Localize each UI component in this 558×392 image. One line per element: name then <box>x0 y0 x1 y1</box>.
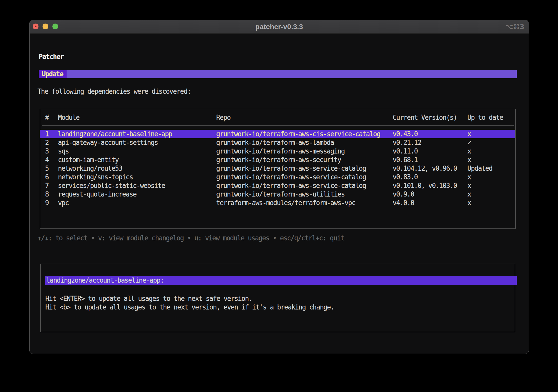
cell-status: x <box>467 181 471 190</box>
cell-num: 2 <box>45 138 49 147</box>
cell-module: networking/sns-topics <box>58 173 133 181</box>
selected-module-banner: landingzone/account-baseline-app: <box>45 276 517 285</box>
header-module: Module <box>58 113 79 122</box>
cell-versions: v0.9.0 <box>393 190 414 199</box>
cell-num: 5 <box>45 164 49 173</box>
cell-module: services/public-static-website <box>58 181 165 190</box>
cell-versions: v0.101.0, v0.103.0 <box>393 181 457 190</box>
window-title: patcher-v0.3.3 <box>30 20 529 34</box>
app-heading: Patcher <box>39 52 64 61</box>
cell-status: x <box>467 173 471 181</box>
cell-num: 6 <box>45 173 49 181</box>
cell-repo: gruntwork-io/terraform-aws-service-catal… <box>216 164 366 173</box>
cell-status: x <box>467 190 471 199</box>
cell-versions: v0.11.0 <box>393 147 418 155</box>
cell-repo: gruntwork-io/terraform-aws-service-catal… <box>216 173 366 181</box>
cell-module: sqs <box>58 147 69 155</box>
cell-repo: terraform-aws-modules/terraform-aws-vpc <box>216 199 355 207</box>
table-row[interactable]: 5networking/route53gruntwork-io/terrafor… <box>40 164 515 173</box>
header-versions: Current Version(s) <box>393 113 457 122</box>
header-separator <box>42 125 514 126</box>
cell-versions: v0.21.12 <box>393 138 421 147</box>
cell-status: x <box>467 130 471 138</box>
cell-repo: gruntwork-io/terraform-aws-security <box>216 155 341 164</box>
intro-text: The following dependencies were discover… <box>37 87 191 96</box>
cell-num: 1 <box>45 130 49 138</box>
hint-breaking: Hit <b> to update all usages to the next… <box>45 303 334 311</box>
cell-repo: gruntwork-io/terraform-aws-cis-service-c… <box>216 130 380 138</box>
table-row[interactable]: 9vpcterraform-aws-modules/terraform-aws-… <box>40 199 515 207</box>
table-row[interactable]: 3sqsgruntwork-io/terraform-aws-messaging… <box>40 147 515 155</box>
cell-module: networking/route53 <box>58 164 122 173</box>
window-titlebar[interactable]: patcher-v0.3.3 ⌥⌘3 <box>30 20 529 34</box>
cell-versions: v0.104.12, v0.96.0 <box>393 164 457 173</box>
cell-status: x <box>467 199 471 207</box>
table-row[interactable]: 1landingzone/account-baseline-appgruntwo… <box>40 130 515 138</box>
table-row[interactable]: 7services/public-static-websitegruntwork… <box>40 181 515 190</box>
table-row[interactable]: 2api-gateway-account-settingsgruntwork-i… <box>40 138 515 147</box>
cell-module: custom-iam-entity <box>58 155 118 164</box>
cell-versions: v0.43.0 <box>393 130 418 138</box>
cell-status: x <box>467 155 471 164</box>
cell-status: ✓ <box>467 138 471 147</box>
cell-repo: gruntwork-io/terraform-aws-lambda <box>216 138 334 147</box>
cell-repo: gruntwork-io/terraform-aws-service-catal… <box>216 181 366 190</box>
tab-bar: Update <box>39 70 517 78</box>
header-num: # <box>45 113 49 122</box>
cell-num: 8 <box>45 190 49 199</box>
cell-versions: v0.68.1 <box>393 155 418 164</box>
cell-module: vpc <box>58 199 69 207</box>
cell-num: 9 <box>45 199 49 207</box>
cell-num: 7 <box>45 181 49 190</box>
cell-num: 4 <box>45 155 49 164</box>
table-row[interactable]: 8request-quota-increasegruntwork-io/terr… <box>40 190 515 199</box>
cell-versions: v4.0.0 <box>393 199 414 207</box>
header-up-to-date: Up to date <box>467 113 503 122</box>
cell-module: request-quota-increase <box>58 190 136 199</box>
hint-enter: Hit <ENTER> to update all usages to the … <box>45 294 252 303</box>
cell-module: landingzone/account-baseline-app <box>58 130 172 138</box>
help-bar: ↑/↓: to select • v: view module changelo… <box>37 234 344 242</box>
dependencies-table: # Module Repo Current Version(s) Up to d… <box>40 109 516 229</box>
cell-versions: v0.83.0 <box>393 173 418 181</box>
table-row[interactable]: 4custom-iam-entitygruntwork-io/terraform… <box>40 155 515 164</box>
cell-repo: gruntwork-io/terraform-aws-messaging <box>216 147 345 155</box>
terminal-content: Patcher Update The following dependencie… <box>30 34 529 354</box>
table-header-row: # Module Repo Current Version(s) Up to d… <box>40 113 515 122</box>
cell-module: api-gateway-account-settings <box>58 138 158 147</box>
cell-repo: gruntwork-io/terraform-aws-utilities <box>216 190 345 199</box>
cell-status: Updated <box>467 164 492 173</box>
header-repo: Repo <box>216 113 230 122</box>
cell-status: x <box>467 147 471 155</box>
table-row[interactable]: 6networking/sns-topicsgruntwork-io/terra… <box>40 173 515 181</box>
terminal-window: patcher-v0.3.3 ⌥⌘3 Patcher Update The fo… <box>29 20 529 354</box>
tab-update[interactable]: Update <box>39 70 67 78</box>
window-shortcut-badge: ⌥⌘3 <box>506 20 525 34</box>
cell-num: 3 <box>45 147 49 155</box>
